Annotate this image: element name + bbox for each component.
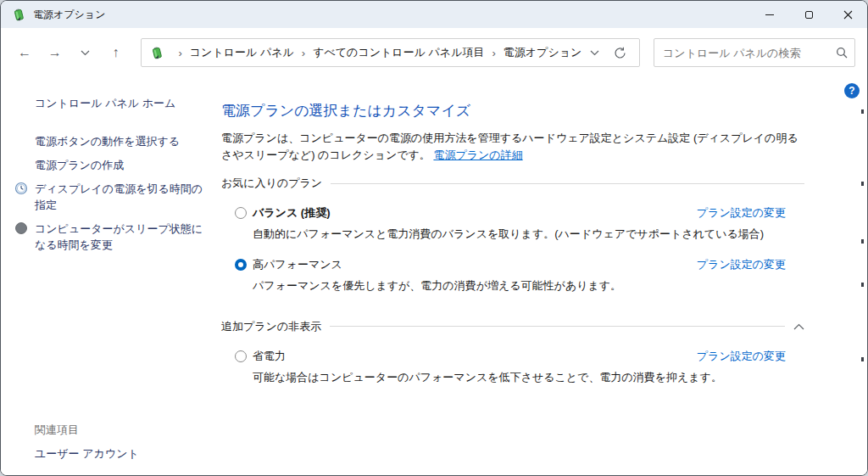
- search-input[interactable]: [663, 47, 836, 59]
- minimize-icon: [765, 14, 774, 15]
- search-box: [654, 38, 855, 67]
- forward-icon: →: [48, 45, 62, 60]
- minimize-button[interactable]: [750, 1, 789, 28]
- maximize-button[interactable]: [789, 1, 828, 28]
- sidebar-item-user-accounts[interactable]: ユーザー アカウント: [35, 446, 139, 462]
- scrollbar[interactable]: [860, 77, 864, 475]
- search-icon: [836, 47, 848, 59]
- maximize-icon: [805, 11, 813, 19]
- intro-paragraph: 電源プランは、コンピューターの電源の使用方法を管理するハードウェア設定とシステム…: [221, 130, 804, 163]
- chevron-down-icon: [81, 50, 90, 56]
- refresh-icon: [614, 47, 626, 59]
- breadcrumb-separator: ›: [302, 47, 305, 59]
- radio-power-saver[interactable]: [235, 350, 247, 362]
- plan-name-high-performance[interactable]: 高パフォーマンス: [253, 257, 342, 272]
- back-icon: ←: [18, 45, 31, 60]
- change-plan-settings-link[interactable]: プラン設定の変更: [697, 205, 786, 221]
- learn-more-link[interactable]: 電源プランの詳細: [433, 148, 522, 161]
- help-icon: ?: [849, 85, 854, 97]
- scrollbar-mark: [861, 283, 864, 287]
- section-additional-plans-header: 追加プランの非表示: [221, 319, 804, 334]
- related-items-header: 関連項目: [35, 423, 139, 438]
- back-button[interactable]: ←: [9, 38, 40, 67]
- titlebar: 電源オプション: [1, 1, 867, 28]
- section-divider: [331, 183, 804, 184]
- breadcrumb-separator: ›: [492, 47, 495, 59]
- sidebar-item-label: コンピューターがスリープ状態になる時間を変更: [35, 221, 208, 253]
- plan-name-balanced[interactable]: バランス (推奨): [253, 205, 331, 221]
- section-favorite-plans-header: お気に入りのプラン: [221, 176, 804, 191]
- sidebar-item-create-power-plan[interactable]: 電源プランの作成: [35, 157, 208, 173]
- sidebar-item-label: 電源ボタンの動作を選択する: [35, 133, 180, 149]
- chevron-down-icon: [590, 50, 599, 56]
- scrollbar-mark: [861, 357, 864, 361]
- refresh-button[interactable]: [607, 40, 632, 65]
- power-options-window: 電源オプション ← → ↑: [0, 0, 868, 476]
- battery-icon: [150, 46, 164, 59]
- plan-desc-high-performance: パフォーマンスを優先しますが、電力の消費が増える可能性があります。: [221, 278, 804, 294]
- sidebar-item-choose-power-buttons[interactable]: 電源ボタンの動作を選択する: [35, 133, 208, 149]
- section-label: 追加プランの非表示: [221, 319, 321, 334]
- plan-row-high-performance: 高パフォーマンス プラン設定の変更: [221, 257, 804, 272]
- address-bar[interactable]: › コントロール パネル › すべてのコントロール パネル項目 › 電源オプショ…: [141, 38, 640, 67]
- forward-button[interactable]: →: [40, 38, 70, 67]
- sidebar-item-control-panel-home[interactable]: コントロール パネル ホーム: [35, 96, 208, 111]
- radio-high-performance[interactable]: [235, 259, 247, 271]
- section-divider: [330, 326, 785, 327]
- sidebar-item-label: ディスプレイの電源を切る時間の指定: [35, 181, 208, 213]
- content-area: ? コントロール パネル ホーム 電源ボタンの動作を選択する 電源プランの作成: [1, 77, 867, 475]
- section-label: お気に入りのプラン: [221, 176, 322, 191]
- plan-name-power-saver[interactable]: 省電力: [253, 349, 286, 364]
- sidebar-item-label: 電源プランの作成: [35, 157, 124, 173]
- chevron-up-icon: [793, 323, 804, 330]
- moon-icon: [14, 221, 30, 253]
- clock-display-icon: [14, 181, 30, 213]
- plan-row-balanced: バランス (推奨) プラン設定の変更: [221, 205, 804, 221]
- up-button[interactable]: ↑: [101, 38, 131, 67]
- window-title: 電源オプション: [33, 8, 105, 22]
- main-pane: 電源プランの選択またはカスタマイズ 電源プランは、コンピューターの電源の使用方法…: [221, 101, 804, 386]
- sidebar-item-sleep-time[interactable]: コンピューターがスリープ状態になる時間を変更: [14, 221, 208, 253]
- breadcrumb-control-panel[interactable]: コントロール パネル: [190, 45, 294, 60]
- plan-row-power-saver: 省電力 プラン設定の変更: [221, 349, 804, 364]
- plan-desc-balanced: 自動的にパフォーマンスと電力消費のバランスを取ります。(ハードウェアでサポートさ…: [221, 227, 804, 243]
- radio-balanced[interactable]: [235, 207, 247, 219]
- navigation-toolbar: ← → ↑ › コントロール パネル › すべてのコントロール パネル項目 › …: [1, 28, 867, 77]
- window-controls: [750, 1, 867, 28]
- battery-icon: [12, 8, 25, 21]
- help-button[interactable]: ?: [844, 83, 860, 98]
- close-icon: [843, 10, 853, 20]
- collapse-section-button[interactable]: [793, 323, 804, 330]
- up-icon: ↑: [113, 45, 120, 60]
- change-plan-settings-link[interactable]: プラン設定の変更: [697, 349, 786, 364]
- related-items-section: 関連項目 ユーザー アカウント: [35, 423, 139, 462]
- page-title: 電源プランの選択またはカスタマイズ: [221, 101, 804, 120]
- recent-pages-button[interactable]: [70, 38, 101, 67]
- breadcrumb-all-items[interactable]: すべてのコントロール パネル項目: [313, 45, 484, 60]
- breadcrumb-power-options[interactable]: 電源オプション: [504, 45, 582, 60]
- close-button[interactable]: [828, 1, 867, 28]
- scrollbar-mark: [861, 182, 864, 186]
- scrollbar-mark: [861, 109, 864, 114]
- breadcrumb-separator: ›: [178, 47, 181, 59]
- address-dropdown-button[interactable]: [581, 40, 607, 65]
- plan-desc-power-saver: 可能な場合はコンピューターのパフォーマンスを低下させることで、電力の消費を抑えま…: [221, 370, 804, 386]
- sidebar: コントロール パネル ホーム 電源ボタンの動作を選択する 電源プランの作成 ディ…: [1, 77, 214, 475]
- sidebar-item-display-off-time[interactable]: ディスプレイの電源を切る時間の指定: [14, 181, 208, 213]
- change-plan-settings-link[interactable]: プラン設定の変更: [697, 257, 786, 272]
- scrollbar-mark: [861, 239, 864, 244]
